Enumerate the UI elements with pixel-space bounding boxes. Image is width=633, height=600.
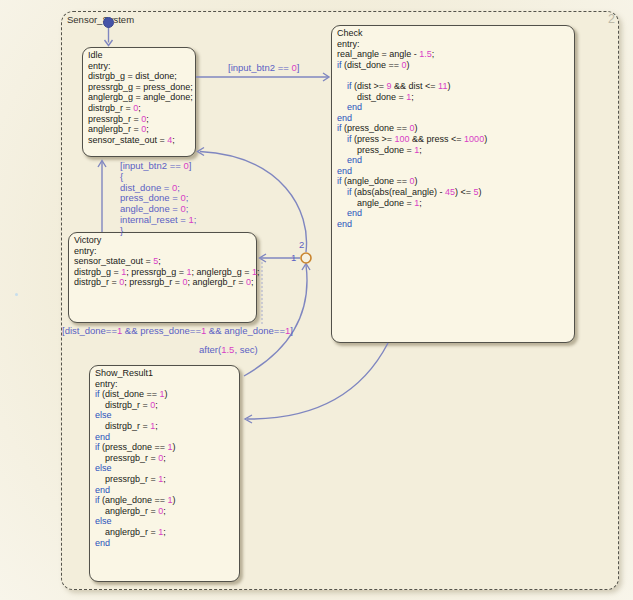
chart-corner-badge: 2 bbox=[601, 12, 615, 26]
chart-title: Sensor_System bbox=[67, 14, 134, 25]
label-show-result1-to-junction[interactable]: after(1.5, sec) bbox=[199, 345, 258, 356]
label-victory-to-idle[interactable]: [input_btn2 == 0]{dist_done = 0;press_do… bbox=[120, 161, 196, 237]
label-junction-to-victory-condition[interactable]: [dist_done==1 && press_done==1 && angle_… bbox=[62, 326, 293, 337]
state-show-result1[interactable]: Show_Result1 entry:if (dist_done == 1) d… bbox=[89, 365, 240, 582]
stateflow-canvas: Sensor_System 2 Idle entry:distrgb_g = d… bbox=[0, 0, 633, 600]
state-title: Victory bbox=[74, 235, 256, 246]
state-code: entry:real_angle = angle - 1.5;if (dist_… bbox=[337, 39, 574, 230]
junction-exit-order-1: 1 bbox=[291, 252, 296, 263]
label-idle-to-check[interactable]: [input_btn2 == 0] bbox=[228, 63, 299, 74]
state-check[interactable]: Check entry:real_angle = angle - 1.5;if … bbox=[331, 25, 575, 343]
state-code: entry:distrgb_g = dist_done;pressrgb_g =… bbox=[88, 61, 195, 146]
junction-exit-order-2: 2 bbox=[299, 239, 304, 250]
stray-pixel-dot bbox=[15, 293, 18, 296]
state-idle[interactable]: Idle entry:distrgb_g = dist_done;pressrg… bbox=[82, 47, 196, 157]
state-code: entry:sensor_state_out = 5;distrgb_g = 1… bbox=[74, 246, 256, 288]
state-title: Show_Result1 bbox=[95, 368, 239, 379]
state-victory[interactable]: Victory entry:sensor_state_out = 5;distr… bbox=[68, 232, 257, 323]
state-title: Idle bbox=[88, 50, 195, 61]
state-code: entry:if (dist_done == 1) distrgb_r = 0;… bbox=[95, 379, 239, 549]
state-title: Check bbox=[337, 28, 574, 39]
